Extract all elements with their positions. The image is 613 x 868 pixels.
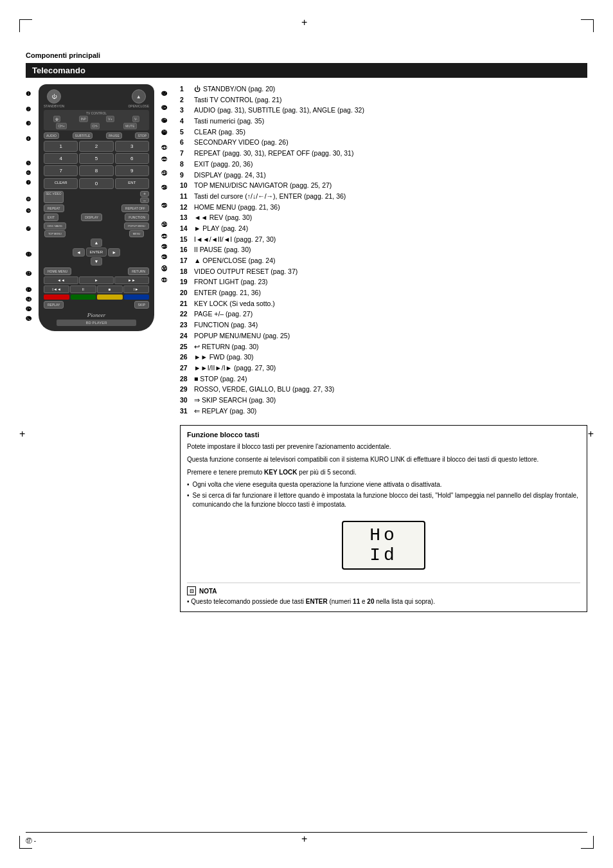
open-close-button[interactable]: ▲ (132, 89, 146, 104)
list-item: 20ENTER (pagg. 21, 36) (180, 288, 587, 298)
nav-left-button[interactable]: ◄ (73, 248, 85, 257)
label-11: ⓫ (26, 251, 31, 258)
next-button[interactable]: I► (123, 285, 149, 293)
yellow-button[interactable] (97, 294, 123, 300)
label-7: ❼ (26, 179, 31, 186)
enter-main-button[interactable]: ENTER (86, 248, 107, 257)
stop-button[interactable]: ■ (97, 285, 123, 293)
list-item: 26►► FWD (pag. 30) (180, 352, 587, 362)
num-2[interactable]: 2 (79, 141, 113, 152)
nav-up-button[interactable]: ▲ (91, 239, 103, 247)
list-item: 12HOME MENU (pagg. 21, 36) (180, 203, 587, 212)
home-menu-button[interactable]: HOME MENU (44, 267, 71, 275)
popup-menu-button[interactable]: POPUP MENU (124, 222, 149, 230)
nota-label: ⊡ NOTA (187, 586, 580, 595)
page-plus-button[interactable]: + (140, 191, 149, 197)
nav-down-button[interactable]: ▼ (91, 257, 103, 266)
list-item: 9DISPLAY (pagg. 24, 31) (180, 170, 587, 180)
tv-vol-down[interactable]: V- (132, 116, 139, 122)
top-menu-button[interactable]: TOP MENU (44, 230, 66, 237)
num-6[interactable]: 6 (115, 153, 149, 164)
label-30: ㉚ (161, 266, 167, 272)
tv-btn-input[interactable]: INP (79, 116, 88, 122)
disc-nav-button[interactable]: DISC NAVIG (44, 222, 66, 230)
blocco-text2: Questa funzione consente ai televisori c… (187, 455, 580, 464)
list-item: 29ROSSO, VERDE, GIALLO, BLU (pagg. 27, 3… (180, 384, 587, 394)
label-21: ㉑ (161, 145, 167, 151)
remote-body: ⏻ STANDBY/ON ▲ OPEN/CLOSE TV CONTROL ⏻ I… (39, 84, 154, 331)
blocco-box: Funzione blocco tasti Potete impostare i… (180, 425, 587, 612)
num-5[interactable]: 5 (79, 153, 113, 164)
function-button[interactable]: FUNCTION (125, 213, 149, 221)
label-29: ㉙ (161, 254, 167, 260)
label-4: ❹ (26, 136, 31, 142)
blue-button[interactable] (124, 294, 150, 300)
menu-button[interactable]: MENU (129, 230, 145, 237)
list-item: 15I◄◄/◄II/◄I (pagg. 27, 30) (180, 235, 587, 244)
subtitle-button[interactable]: SUBTITLE (73, 132, 93, 139)
list-item: 4Tasti numerici (pag. 35) (180, 116, 587, 126)
list-item: 7REPEAT (pagg. 30, 31), REPEAT OFF (pagg… (180, 149, 587, 158)
angle-button[interactable]: STOP (135, 132, 149, 139)
num-1[interactable]: 1 (44, 141, 78, 152)
play-button[interactable]: ► (79, 276, 114, 284)
main-content: ❶ ❷ ❸ ❹ ❺ ❻ ❼ ❽ ❾ ❿ ⓫ ⓬ ⓭ ⓮ ⓯ ⓰ (26, 84, 587, 612)
enter-small-button[interactable]: ENT (115, 178, 149, 189)
list-item: 22PAGE +/– (pag. 27) (180, 309, 587, 319)
tv-mute[interactable]: MUTE (123, 123, 136, 129)
label-9: ❾ (26, 208, 31, 214)
nota-section: ⊡ NOTA • Questo telecomando possiede due… (187, 583, 580, 606)
secondary-video-button[interactable]: SEC VIDEO (44, 191, 64, 203)
num-7[interactable]: 7 (44, 165, 78, 176)
audio-button[interactable]: AUDIO (44, 132, 59, 139)
return-button[interactable]: RETURN (128, 267, 149, 275)
exit-button[interactable]: EXIT (44, 213, 58, 221)
label-15: ⓯ (26, 306, 31, 312)
num-3[interactable]: 3 (115, 141, 149, 152)
page-number: ⑰ - (26, 836, 36, 845)
clear-button[interactable]: CLEAR (44, 178, 78, 189)
prev-button[interactable]: I◄◄ (44, 285, 69, 293)
nav-right-button[interactable]: ► (108, 248, 120, 257)
telecomando-header: Telecomando (26, 63, 587, 78)
list-item: 6SECONDARY VIDEO (pag. 26) (180, 138, 587, 147)
skip-button[interactable]: SKIP (134, 301, 149, 309)
blocco-bullet2: • Se si cerca di far funzionare il letto… (187, 491, 580, 509)
tv-control-label: TV CONTROL (45, 111, 148, 115)
red-button[interactable] (44, 294, 69, 300)
display-button[interactable]: DISPLAY (81, 213, 102, 221)
corner-mark-br (581, 836, 594, 849)
label-26: ㉖ (161, 222, 167, 228)
repeat-off-button[interactable]: REPEAT OFF (121, 204, 149, 212)
label-23: ㉓ (161, 170, 167, 177)
blocco-title: Funzione blocco tasti (187, 431, 580, 439)
replay-button[interactable]: REPLAY (44, 301, 64, 309)
tv-vol-up[interactable]: V+ (106, 116, 114, 122)
fwd-button[interactable]: ►► (114, 276, 149, 284)
label-3: ❸ (26, 120, 31, 127)
rev-button[interactable]: ◄◄ (44, 276, 78, 284)
pause-btn[interactable]: PAUSE (106, 132, 122, 139)
standby-button[interactable]: ⏻ (47, 89, 61, 104)
label-6: ❻ (26, 170, 31, 176)
label-17: ⓱ (161, 91, 167, 97)
tv-ch-down[interactable]: CH- (91, 123, 100, 129)
list-item: 1⏻ STANDBY/ON (pag. 20) (180, 84, 587, 94)
standby-label: STANDBY/ON (44, 104, 64, 108)
list-item: 2Tasti TV CONTROL (pag. 21) (180, 95, 587, 105)
num-8[interactable]: 8 (79, 165, 113, 176)
pause-button[interactable]: II (70, 285, 96, 293)
repeat-button[interactable]: REPEAT (44, 204, 64, 212)
remote-wrapper: ❶ ❷ ❸ ❹ ❺ ❻ ❼ ❽ ❾ ❿ ⓫ ⓬ ⓭ ⓮ ⓯ ⓰ (26, 84, 167, 612)
num-9[interactable]: 9 (115, 165, 149, 176)
label-19: ⓳ (161, 118, 167, 124)
green-button[interactable] (71, 294, 96, 300)
label-10: ❿ (26, 226, 31, 232)
hold-display: Ho Id (342, 521, 425, 570)
tv-ch-up[interactable]: CH+ (56, 123, 66, 129)
num-0[interactable]: 0 (79, 178, 113, 189)
num-4[interactable]: 4 (44, 153, 78, 164)
page-minus-button[interactable]: – (140, 197, 149, 203)
tv-btn-1[interactable]: ⏻ (53, 116, 60, 122)
list-item: 14► PLAY (pag. 24) (180, 224, 587, 233)
